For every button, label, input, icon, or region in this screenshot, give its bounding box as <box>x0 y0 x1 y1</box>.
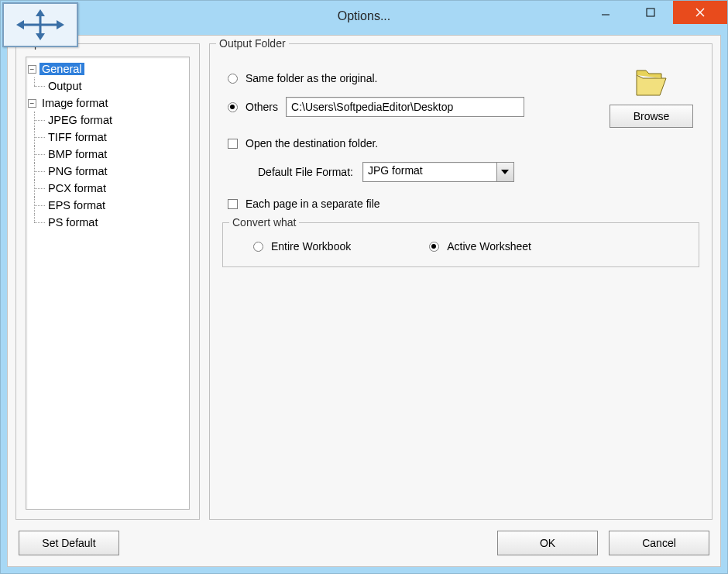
others-label: Others <box>246 101 278 113</box>
active-worksheet-radio[interactable] <box>428 241 439 252</box>
convert-what-group: Convert what Entire Workbook <box>222 222 699 267</box>
convert-what-title: Convert what <box>229 216 299 229</box>
dialog-client: Options − General Output − Image format <box>7 35 721 567</box>
others-radio[interactable] <box>227 101 238 112</box>
each-page-label: Each page in a separate file <box>246 198 380 210</box>
ok-button[interactable]: OK <box>497 531 598 555</box>
output-folder-title: Output Folder <box>216 37 289 50</box>
options-window: Options... Options <box>0 0 728 574</box>
tree-label-pcx[interactable]: PCX format <box>46 182 108 194</box>
tree-item-bmp[interactable]: BMP format <box>28 146 187 163</box>
each-page-row: Each page in a separate file <box>227 198 702 210</box>
browse-area: Browse <box>605 64 698 128</box>
tree-branch-icon <box>32 180 46 197</box>
minimize-button[interactable] <box>583 1 628 24</box>
tree-branch-icon <box>32 77 46 95</box>
output-folder-group: Output Folder Browse Same folder as th <box>209 43 713 520</box>
svg-rect-5 <box>647 9 654 16</box>
folder-open-icon <box>632 64 671 98</box>
open-destination-checkbox[interactable] <box>227 138 238 149</box>
active-worksheet-row: Active Worksheet <box>428 240 531 253</box>
tree-item-image-format[interactable]: − Image format <box>28 95 187 112</box>
options-tree-group: Options − General Output − Image format <box>15 43 200 520</box>
titlebar: Options... <box>1 1 727 32</box>
output-path-input[interactable] <box>286 97 524 117</box>
chevron-down-icon[interactable] <box>496 163 513 181</box>
close-button[interactable] <box>673 1 727 24</box>
tree-branch-icon <box>32 214 46 231</box>
tree-item-jpeg[interactable]: JPEG format <box>28 112 187 129</box>
set-default-button[interactable]: Set Default <box>19 531 119 555</box>
cancel-button[interactable]: Cancel <box>609 531 709 555</box>
browse-button[interactable]: Browse <box>610 105 693 128</box>
tree-item-ps[interactable]: PS format <box>28 214 187 231</box>
tree-label-general[interactable]: General <box>39 63 84 75</box>
open-destination-row: Open the destination folder. <box>227 137 702 150</box>
active-worksheet-label: Active Worksheet <box>447 240 531 253</box>
dialog-upper-row: Options − General Output − Image format <box>15 43 713 520</box>
same-folder-label: Same folder as the original. <box>246 72 377 84</box>
svg-marker-0 <box>36 9 45 16</box>
tree-branch-icon <box>32 163 46 180</box>
same-folder-radio[interactable] <box>227 73 238 84</box>
tree-item-general[interactable]: − General <box>28 60 187 77</box>
maximize-button[interactable] <box>628 1 673 24</box>
tree-label-tiff[interactable]: TIFF format <box>46 131 109 143</box>
entire-workbook-radio[interactable] <box>252 241 263 252</box>
tree-branch-icon <box>32 197 46 214</box>
options-tree[interactable]: − General Output − Image format <box>26 57 190 510</box>
entire-workbook-row: Entire Workbook <box>252 240 351 253</box>
default-format-value: JPG format <box>363 163 496 181</box>
tree-branch-icon <box>32 129 46 146</box>
tree-label-png[interactable]: PNG format <box>46 165 110 177</box>
tree-label-output[interactable]: Output <box>46 80 84 92</box>
tree-branch-icon <box>32 146 46 163</box>
svg-marker-2 <box>16 20 24 29</box>
footer-spacer <box>130 531 486 555</box>
entire-workbook-label: Entire Workbook <box>271 240 351 253</box>
tree-item-eps[interactable]: EPS format <box>28 197 187 214</box>
tree-label-eps[interactable]: EPS format <box>46 199 108 211</box>
default-format-select[interactable]: JPG format <box>362 162 514 182</box>
tree-label-jpeg[interactable]: JPEG format <box>46 114 115 126</box>
tree-label-ps[interactable]: PS format <box>46 216 100 229</box>
tree-label-image-format[interactable]: Image format <box>39 97 110 109</box>
tree-branch-icon <box>32 112 46 129</box>
move-arrows-icon <box>2 2 78 47</box>
open-destination-label: Open the destination folder. <box>246 137 378 150</box>
dialog-footer: Set Default OK Cancel <box>15 520 713 559</box>
tree-item-tiff[interactable]: TIFF format <box>28 129 187 146</box>
svg-marker-1 <box>36 33 45 40</box>
tree-label-bmp[interactable]: BMP format <box>46 148 109 160</box>
tree-item-png[interactable]: PNG format <box>28 163 187 180</box>
tree-item-pcx[interactable]: PCX format <box>28 180 187 197</box>
collapse-icon[interactable]: − <box>28 65 36 74</box>
default-format-row: Default File Format: JPG format <box>258 162 702 182</box>
each-page-checkbox[interactable] <box>227 198 238 209</box>
default-format-label: Default File Format: <box>258 166 353 178</box>
convert-what-inner: Entire Workbook Active Worksheet <box>231 240 691 253</box>
collapse-icon[interactable]: − <box>28 99 36 108</box>
window-control-buttons <box>583 1 727 32</box>
tree-item-output[interactable]: Output <box>28 77 187 95</box>
svg-marker-3 <box>57 20 64 29</box>
